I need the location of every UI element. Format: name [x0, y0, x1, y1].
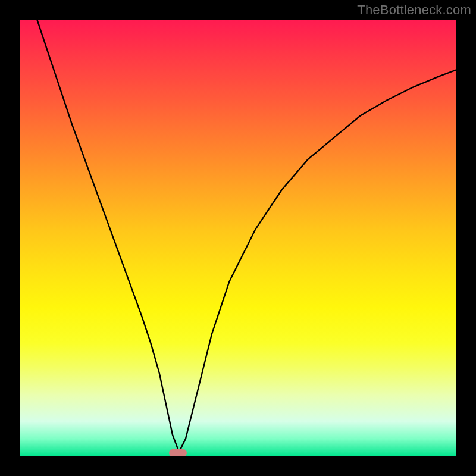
plot-area [20, 20, 456, 456]
chart-frame: TheBottleneck.com [0, 0, 476, 476]
optimal-point-marker [169, 449, 187, 456]
watermark-text: TheBottleneck.com [357, 2, 471, 18]
bottleneck-curve [37, 20, 456, 452]
curve-svg [20, 20, 456, 456]
